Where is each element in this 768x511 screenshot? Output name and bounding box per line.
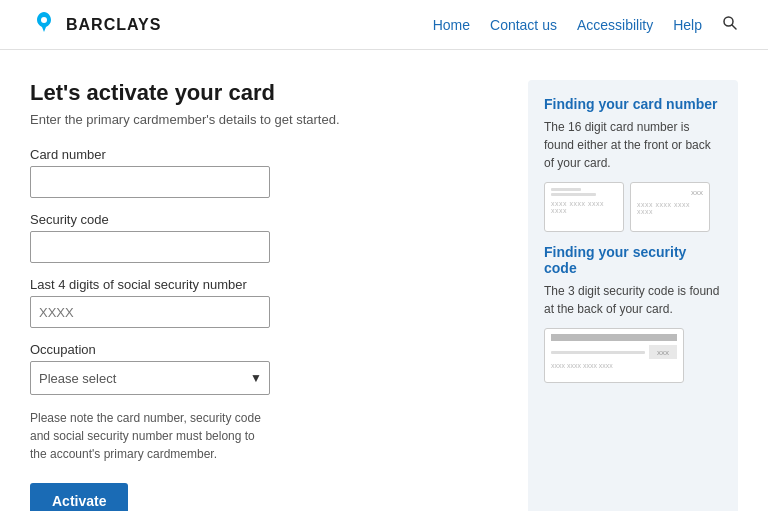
header-nav: Home Contact us Accessibility Help [433,15,738,35]
security-code-help-title: Finding your security code [544,244,722,276]
card-number-help-title: Finding your card number [544,96,722,112]
logo: BARCLAYS [30,8,161,42]
occupation-select[interactable]: Please select Employed Self-employed Stu… [30,361,270,395]
ssn-input[interactable] [30,296,270,328]
header: BARCLAYS Home Contact us Accessibility H… [0,0,768,50]
form-notice: Please note the card number, security co… [30,409,270,463]
help-panel: Finding your card number The 16 digit ca… [528,80,738,511]
card-front-illustration: xxxx xxxx xxxx xxxx [544,182,624,232]
nav-home[interactable]: Home [433,17,470,33]
card-number-back-text: xxxx xxxx xxxx xxxx [637,201,703,215]
svg-point-0 [41,17,47,23]
security-card-number: xxxx xxxx xxxx xxxx [551,362,677,369]
card-cvv-text: xxx [637,188,703,197]
nav-contact[interactable]: Contact us [490,17,557,33]
nav-accessibility[interactable]: Accessibility [577,17,653,33]
card-number-help: Finding your card number The 16 digit ca… [544,96,722,232]
page-title: Let's activate your card [30,80,498,106]
ssn-label: Last 4 digits of social security number [30,277,498,292]
card-number-label: Card number [30,147,498,162]
card-number-illustrations: xxxx xxxx xxxx xxxx xxx xxxx xxxx xxxx x… [544,182,722,232]
search-icon[interactable] [722,15,738,35]
ssn-field-group: Last 4 digits of social security number [30,277,498,328]
security-code-label: Security code [30,212,498,227]
nav-help[interactable]: Help [673,17,702,33]
logo-text: BARCLAYS [66,16,161,34]
security-code-field-group: Security code [30,212,498,263]
security-code-input[interactable] [30,231,270,263]
security-code-help: Finding your security code The 3 digit s… [544,244,722,383]
page-subtitle: Enter the primary cardmember's details t… [30,112,498,127]
main-content: Let's activate your card Enter the prima… [0,50,768,511]
activate-button[interactable]: Activate [30,483,128,511]
security-code-help-text: The 3 digit security code is found at th… [544,282,722,318]
security-code-illustration: xxx xxxx xxxx xxxx xxxx [544,328,722,383]
card-back-number-illustration: xxx xxxx xxxx xxxx xxxx [630,182,710,232]
barclays-eagle-icon [30,8,58,42]
security-code-cvv-box: xxx [649,345,677,359]
svg-line-2 [732,25,736,29]
card-number-front-text: xxxx xxxx xxxx xxxx [551,200,617,214]
left-panel: Let's activate your card Enter the prima… [30,80,498,511]
occupation-label: Occupation [30,342,498,357]
card-number-field-group: Card number [30,147,498,198]
occupation-select-wrap: Please select Employed Self-employed Stu… [30,361,270,395]
occupation-field-group: Occupation Please select Employed Self-e… [30,342,498,395]
card-number-help-text: The 16 digit card number is found either… [544,118,722,172]
card-number-input[interactable] [30,166,270,198]
